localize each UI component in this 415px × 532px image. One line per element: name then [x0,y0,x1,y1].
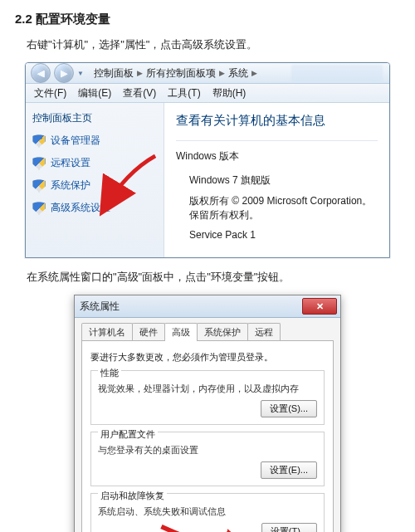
menu-file[interactable]: 文件(F) [34,86,66,100]
tab-system-protection[interactable]: 系统保护 [197,323,248,341]
breadcrumb-lv1[interactable]: 控制面板 [94,66,134,81]
group-user-profile: 用户配置文件 与您登录有关的桌面设置 设置(E)... [90,432,325,486]
shield-icon [32,179,46,193]
window-addressbar: ◀ ▶ ▼ 控制面板 ▶ 所有控制面板项 ▶ 系统 ▶ [26,63,389,84]
breadcrumb-lv3[interactable]: 系统 [228,66,248,81]
sidebar-link-label: 系统保护 [51,178,90,193]
menu-tools[interactable]: 工具(T) [168,86,200,100]
window-menubar: 文件(F) 编辑(E) 查看(V) 工具(T) 帮助(H) [26,84,389,103]
tab-advanced[interactable]: 高级 [164,323,198,341]
divider [176,140,378,141]
settings-button-performance[interactable]: 设置(S)... [261,400,317,417]
section-label: Windows 版本 [176,149,378,164]
tab-strip: 计算机名 硬件 高级 系统保护 远程 [81,323,334,341]
admin-note: 要进行大多数更改，您必须作为管理员登录。 [90,351,325,364]
settings-button-profile[interactable]: 设置(E)... [261,461,317,479]
breadcrumb-lv2[interactable]: 所有控制面板项 [146,66,216,81]
system-properties-dialog: 系统属性 ✕ 计算机名 硬件 高级 系统保护 远程 要进行大多数更改，您必须作为… [74,295,341,532]
group-performance: 性能 视觉效果，处理器计划，内存使用，以及虚拟内存 设置(S)... [90,370,325,425]
edition-text: Windows 7 旗舰版 [189,173,378,188]
sidebar-link-label: 高级系统设置 [51,201,110,215]
group-text: 与您登录有关的桌面设置 [98,444,317,456]
tab-pane-advanced: 要进行大多数更改，您必须作为管理员登录。 性能 视觉效果，处理器计划，内存使用，… [81,340,334,532]
group-text: 视觉效果，处理器计划，内存使用，以及虚拟内存 [98,383,317,395]
menu-help[interactable]: 帮助(H) [212,86,247,100]
sidebar-link-remote[interactable]: 远程设置 [32,156,157,170]
group-startup-recovery: 启动和故障恢复 系统启动、系统失败和调试信息 设置(T)... [90,493,325,532]
shield-icon [32,157,46,170]
sidebar-link-device-manager[interactable]: 设备管理器 [32,134,157,148]
title-blur [291,65,383,81]
paragraph-1: 右键"计算机"，选择"属性"，点击高级系统设置。 [27,37,400,52]
shield-icon [32,134,46,148]
sidebar-link-system-protection[interactable]: 系统保护 [32,178,157,193]
group-legend: 性能 [98,368,121,378]
sidebar-link-advanced[interactable]: 高级系统设置 [32,201,157,215]
service-pack-text: Service Pack 1 [189,229,378,241]
settings-button-startup[interactable]: 设置(T)... [261,523,317,532]
history-dropdown-icon[interactable]: ▼ [77,70,84,77]
dialog-titlebar: 系统属性 ✕ [75,295,340,318]
paragraph-2: 在系统属性窗口的"高级"面板中，点击"环境变量"按钮。 [27,270,400,285]
dialog-title-text: 系统属性 [80,300,120,314]
sidebar-link-label: 远程设置 [51,156,90,170]
nav-back-icon[interactable]: ◀ [31,63,51,83]
sidebar-title: 控制面板主页 [32,111,157,125]
copyright-text: 版权所有 © 2009 Microsoft Corporation。保留所有权利… [189,194,378,222]
menu-view[interactable]: 查看(V) [123,86,156,100]
tab-remote[interactable]: 远程 [247,323,281,341]
breadcrumb-sep-icon: ▶ [137,69,143,77]
sidebar: 控制面板主页 设备管理器 远程设置 系统保护 高级系统设置 [26,103,164,257]
group-legend: 用户配置文件 [98,429,158,439]
tab-hardware[interactable]: 硬件 [132,323,165,341]
breadcrumb-sep-icon: ▶ [219,69,225,77]
close-button[interactable]: ✕ [302,298,337,315]
control-panel-window: ◀ ▶ ▼ 控制面板 ▶ 所有控制面板项 ▶ 系统 ▶ 文件(F) 编辑(E) … [25,62,390,258]
group-text: 系统启动、系统失败和调试信息 [98,505,317,518]
sidebar-link-label: 设备管理器 [51,134,100,148]
section-heading: 2.2 配置环境变量 [15,12,400,27]
menu-edit[interactable]: 编辑(E) [78,86,111,100]
nav-forward-icon[interactable]: ▶ [54,63,74,83]
tab-computer-name[interactable]: 计算机名 [81,323,133,341]
main-heading: 查看有关计算机的基本信息 [176,113,378,129]
main-panel: 查看有关计算机的基本信息 Windows 版本 Windows 7 旗舰版 版权… [164,103,389,257]
shield-icon [32,202,46,215]
breadcrumb-sep-icon: ▶ [251,69,257,77]
group-legend: 启动和故障恢复 [98,491,167,500]
